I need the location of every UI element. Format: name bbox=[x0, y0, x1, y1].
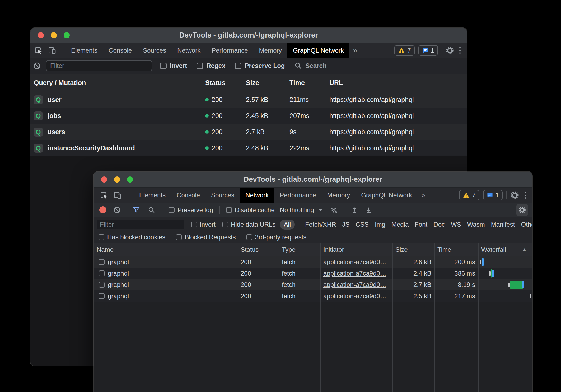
initiator-link[interactable]: application-a7ca9d0… bbox=[323, 258, 386, 266]
request-row[interactable]: graphql 200 fetch application-a7ca9d0… 2… bbox=[94, 268, 532, 279]
invert-checkbox[interactable] bbox=[160, 63, 167, 69]
more-tabs-icon[interactable]: » bbox=[349, 43, 361, 58]
table-row[interactable]: Q users 200 2.7 kB 9s https://gitlab.com… bbox=[30, 124, 467, 140]
type-filter-ws[interactable]: WS bbox=[451, 221, 461, 228]
type-filter-wasm[interactable]: Wasm bbox=[467, 221, 485, 228]
regex-checkbox[interactable] bbox=[197, 63, 203, 69]
tab-performance[interactable]: Performance bbox=[206, 43, 253, 58]
settings-gear-icon[interactable] bbox=[510, 191, 519, 200]
third-party-requests-checkbox[interactable] bbox=[246, 234, 252, 240]
request-row[interactable]: graphql 200 fetch application-a7ca9d0… 2… bbox=[94, 290, 532, 302]
column-header-size[interactable]: Size bbox=[392, 243, 434, 256]
disable-cache-checkbox[interactable] bbox=[226, 207, 232, 213]
tab-elements[interactable]: Elements bbox=[134, 188, 171, 203]
initiator-link[interactable]: application-a7ca9d0… bbox=[323, 292, 386, 300]
waterfall-cell bbox=[478, 256, 532, 268]
tab-sources[interactable]: Sources bbox=[137, 43, 172, 58]
column-header-status[interactable]: Status bbox=[202, 74, 242, 92]
table-row[interactable]: Q user 200 2.57 kB 211ms https://gitlab.… bbox=[30, 92, 467, 108]
time-value: 217 ms bbox=[434, 290, 478, 302]
device-toolbar-icon[interactable] bbox=[48, 46, 56, 55]
row-checkbox[interactable] bbox=[99, 293, 105, 299]
tab-network[interactable]: Network bbox=[240, 188, 274, 203]
table-row[interactable]: Q jobs 200 2.45 kB 207ms https://gitlab.… bbox=[30, 108, 467, 124]
type-filter-img[interactable]: Img bbox=[375, 221, 385, 228]
filter-input[interactable] bbox=[97, 220, 184, 229]
column-header-query-mutation[interactable]: Query / Mutation bbox=[30, 74, 202, 92]
tab-graphql-network[interactable]: GraphQL Network bbox=[287, 43, 349, 58]
has-blocked-cookies-checkbox[interactable] bbox=[99, 234, 104, 240]
preserve-log-checkbox[interactable] bbox=[169, 207, 175, 213]
tab-memory[interactable]: Memory bbox=[254, 43, 288, 58]
request-row[interactable]: graphql 200 fetch application-a7ca9d0… 2… bbox=[94, 279, 532, 290]
column-header-initiator[interactable]: Initiator bbox=[320, 243, 392, 256]
column-header-size[interactable]: Size bbox=[242, 74, 286, 92]
import-har-icon[interactable] bbox=[351, 206, 358, 214]
invert-checkbox[interactable] bbox=[191, 222, 197, 227]
message-badge[interactable]: 1 bbox=[483, 190, 503, 200]
status-code: 200 bbox=[212, 144, 223, 152]
type-filter-manifest[interactable]: Manifest bbox=[491, 221, 515, 228]
warning-badge[interactable]: 7 bbox=[459, 190, 479, 200]
column-header-url[interactable]: URL bbox=[326, 74, 467, 92]
search-icon[interactable] bbox=[148, 206, 155, 214]
message-icon bbox=[422, 47, 428, 54]
column-header-type[interactable]: Type bbox=[279, 243, 320, 256]
tab-graphql-network[interactable]: GraphQL Network bbox=[356, 188, 418, 203]
type-filter-js[interactable]: JS bbox=[342, 221, 350, 228]
filter-input[interactable] bbox=[46, 60, 152, 71]
network-conditions-icon[interactable] bbox=[329, 206, 338, 214]
initiator-link[interactable]: application-a7ca9d0… bbox=[323, 281, 386, 288]
hide-data-urls-checkbox[interactable] bbox=[222, 222, 228, 227]
search-icon[interactable] bbox=[294, 62, 302, 70]
record-icon[interactable] bbox=[99, 206, 106, 213]
warning-icon bbox=[463, 192, 470, 198]
column-header-name[interactable]: Name bbox=[94, 243, 238, 256]
row-checkbox[interactable] bbox=[99, 270, 105, 276]
row-checkbox[interactable] bbox=[99, 282, 105, 288]
type-filter-other[interactable]: Other bbox=[521, 221, 532, 228]
tab-sources[interactable]: Sources bbox=[205, 188, 240, 203]
tab-network[interactable]: Network bbox=[172, 43, 206, 58]
column-header-time[interactable]: Time bbox=[434, 243, 478, 256]
type-filter-all[interactable]: All bbox=[280, 220, 295, 230]
clear-icon[interactable] bbox=[113, 206, 121, 214]
column-header-status[interactable]: Status bbox=[238, 243, 279, 256]
third-party-requests-label: 3rd-party requests bbox=[255, 234, 307, 241]
warning-badge[interactable]: 7 bbox=[394, 45, 414, 56]
filter-funnel-icon[interactable] bbox=[133, 206, 140, 214]
clear-icon[interactable] bbox=[33, 62, 41, 70]
tab-performance[interactable]: Performance bbox=[274, 188, 321, 203]
more-tabs-icon[interactable]: » bbox=[418, 188, 429, 203]
tab-memory[interactable]: Memory bbox=[322, 188, 356, 203]
status-code: 200 bbox=[212, 112, 223, 120]
column-header-time[interactable]: Time bbox=[286, 74, 326, 92]
initiator-link[interactable]: application-a7ca9d0… bbox=[323, 270, 386, 277]
blocked-requests-checkbox[interactable] bbox=[176, 234, 182, 240]
network-settings-button[interactable] bbox=[516, 204, 528, 216]
tab-elements[interactable]: Elements bbox=[66, 43, 103, 58]
tab-console[interactable]: Console bbox=[103, 43, 137, 58]
type-filter-font[interactable]: Font bbox=[415, 221, 427, 228]
settings-gear-icon[interactable] bbox=[446, 46, 454, 55]
type-filter-fetch-xhr[interactable]: Fetch/XHR bbox=[305, 221, 336, 228]
type-filter-css[interactable]: CSS bbox=[356, 221, 369, 228]
title-bar[interactable]: DevTools - gitlab.com/-/graphql-explorer bbox=[30, 28, 467, 43]
device-toolbar-icon[interactable] bbox=[113, 191, 122, 199]
inspect-icon[interactable] bbox=[100, 191, 108, 199]
tab-console[interactable]: Console bbox=[171, 188, 205, 203]
preserve-log-checkbox[interactable] bbox=[235, 63, 241, 69]
type-filter-doc[interactable]: Doc bbox=[433, 221, 445, 228]
type-filter-media[interactable]: Media bbox=[391, 221, 409, 228]
request-row[interactable]: graphql 200 fetch application-a7ca9d0… 2… bbox=[94, 256, 532, 268]
export-har-icon[interactable] bbox=[365, 206, 372, 214]
inspect-icon[interactable] bbox=[34, 46, 43, 55]
throttling-select[interactable]: No throttling bbox=[280, 206, 322, 214]
column-header-waterfall[interactable]: Waterfall ▲ bbox=[478, 243, 532, 256]
title-bar[interactable]: DevTools - gitlab.com/-/graphql-explorer bbox=[94, 172, 532, 188]
table-row[interactable]: Q instanceSecurityDashboard 200 2.48 kB … bbox=[30, 140, 467, 156]
message-badge[interactable]: 1 bbox=[418, 45, 438, 56]
row-checkbox[interactable] bbox=[99, 259, 105, 265]
more-options-icon[interactable] bbox=[523, 192, 527, 199]
more-options-icon[interactable] bbox=[458, 47, 462, 54]
